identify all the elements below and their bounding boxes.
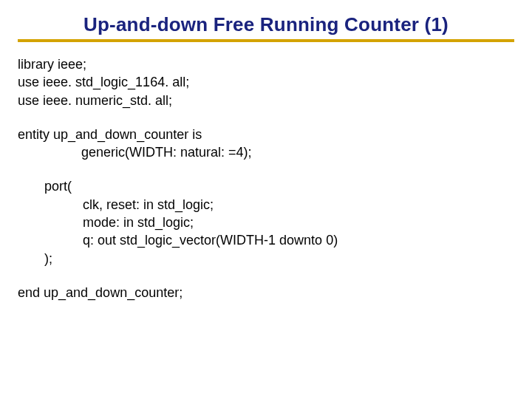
- code-line: use ieee. numeric_std. all;: [18, 92, 514, 109]
- blank-line: [18, 161, 514, 177]
- slide-title: Up-and-down Free Running Counter (1): [18, 13, 514, 36]
- slide: Up-and-down Free Running Counter (1) lib…: [0, 0, 532, 399]
- code-line: generic(WIDTH: natural: =4);: [18, 143, 514, 161]
- code-block: library ieee; use ieee. std_logic_1164. …: [18, 55, 514, 301]
- title-underline: [18, 39, 514, 42]
- code-line: end up_and_down_counter;: [18, 284, 514, 301]
- code-line: );: [18, 250, 514, 267]
- code-line: port(: [18, 177, 514, 195]
- code-line: clk, reset: in std_logic;: [18, 196, 514, 214]
- blank-line: [18, 267, 514, 284]
- code-line: library ieee;: [18, 55, 514, 73]
- blank-line: [18, 109, 514, 126]
- code-line: entity up_and_down_counter is: [18, 126, 514, 143]
- code-line: use ieee. std_logic_1164. all;: [18, 73, 514, 91]
- code-line: q: out std_logic_vector(WIDTH-1 downto 0…: [18, 231, 514, 249]
- code-line: mode: in std_logic;: [18, 214, 514, 231]
